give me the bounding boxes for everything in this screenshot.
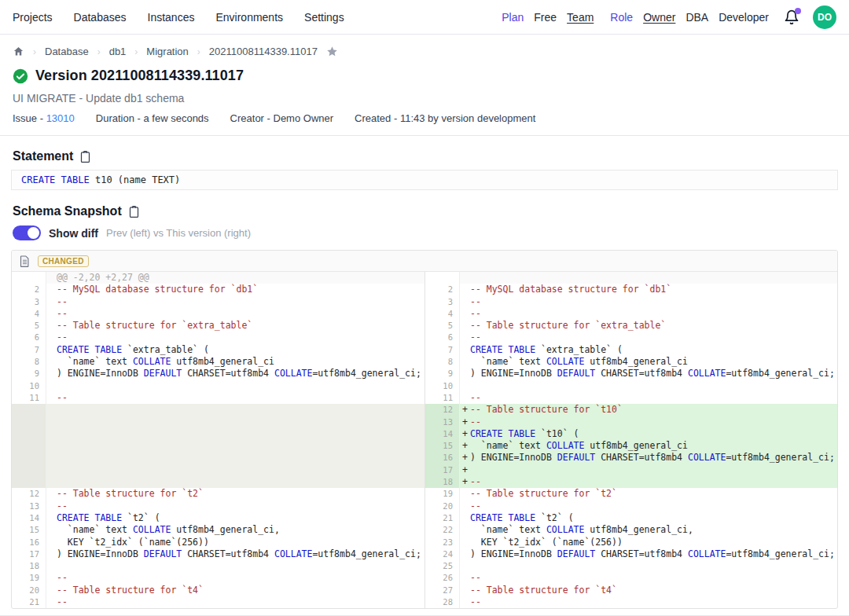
plan-label[interactable]: Plan — [502, 11, 524, 24]
diff-line: @@ -2,20 +2,27 @@ — [12, 272, 424, 284]
diff-line — [12, 416, 424, 428]
meta-row: Issue - 13010 Duration - a few seconds C… — [13, 112, 836, 124]
breadcrumb-item-version[interactable]: 20211008114339.11017 — [209, 46, 318, 57]
statement-heading: Statement — [13, 149, 73, 163]
diff-line: 17) ENGINE=InnoDB DEFAULT CHARSET=utf8mb… — [12, 548, 424, 560]
copy-snapshot-icon[interactable] — [128, 205, 140, 218]
diff-line: 19-- — [12, 572, 424, 584]
diff-line: 17+ — [425, 464, 837, 476]
diff-line: 28-- — [425, 596, 837, 608]
role-dba: DBA — [685, 11, 708, 24]
diff-line: 14CREATE TABLE `t2` ( — [12, 512, 424, 524]
diff-line: 12+-- Table structure for `t10` — [425, 404, 837, 416]
diff-line: 21-- — [12, 596, 424, 608]
diff-line: 13+-- — [425, 416, 837, 428]
diff-line: 11-- — [12, 392, 424, 404]
nav-item-databases[interactable]: Databases — [74, 11, 127, 24]
show-diff-row: Show diff Prev (left) vs This version (r… — [13, 226, 836, 240]
diff-line: 20-- — [425, 500, 837, 512]
diff-line: 2-- MySQL database structure for `db1` — [12, 284, 424, 295]
diff-line: 8 `name` text COLLATE utf8mb4_general_ci — [12, 356, 424, 368]
diff-line: 12-- Table structure for `t2` — [12, 488, 424, 500]
main-nav: Projects Databases Instances Environment… — [13, 11, 344, 24]
statement-sql: CREATE TABLE t10 (name TEXT) — [11, 170, 838, 190]
issue-label: Issue - — [13, 112, 43, 124]
diff-line — [12, 428, 424, 440]
diff-line: 16 KEY `t2_idx` (`name`(256)) — [12, 537, 424, 548]
diff-line: 7CREATE TABLE `extra_table` ( — [425, 344, 837, 356]
diff-line: 18+-- — [425, 476, 837, 488]
diff-line: 19-- Table structure for `t2` — [425, 488, 837, 500]
diff-line: 10 — [425, 380, 837, 392]
created-meta: Created - 11:43 by version development — [355, 112, 535, 124]
duration-meta: Duration - a few seconds — [96, 112, 209, 124]
chevron-right-icon: › — [197, 46, 200, 57]
top-navigation: Projects Databases Instances Environment… — [0, 0, 849, 35]
diff-line: 7CREATE TABLE `extra_table` ( — [12, 344, 424, 356]
diff-line — [12, 476, 424, 488]
diff-line — [12, 440, 424, 452]
diff-line: 3-- — [12, 296, 424, 308]
diff-line: 13-- — [12, 500, 424, 512]
diff-line: 25 — [425, 560, 837, 572]
role-label[interactable]: Role — [610, 11, 633, 24]
nav-item-settings[interactable]: Settings — [304, 11, 344, 24]
diff-line: 21CREATE TABLE `t2` ( — [425, 512, 837, 524]
diff-line: 11-- — [425, 392, 837, 404]
section-divider — [0, 135, 849, 136]
diff-header: CHANGED — [12, 251, 837, 272]
schema-diff-viewer: CHANGED @@ -2,20 +2,27 @@2-- MySQL datab… — [11, 250, 838, 609]
diff-line: 18 — [12, 560, 424, 572]
breadcrumb-item-database[interactable]: Database — [45, 46, 89, 57]
breadcrumb-item-db1[interactable]: db1 — [109, 46, 127, 57]
issue-meta: Issue - 13010 — [13, 112, 75, 124]
show-diff-label: Show diff — [49, 227, 98, 240]
diff-line: 2-- MySQL database structure for `db1` — [425, 284, 837, 295]
nav-item-environments[interactable]: Environments — [215, 11, 283, 24]
notification-dot — [795, 8, 801, 14]
file-icon — [20, 255, 30, 267]
diff-line: 6-- — [12, 332, 424, 343]
diff-line: 5-- Table structure for `extra_table` — [12, 320, 424, 332]
migration-subtitle: UI MIGRATE - Update db1 schema — [13, 92, 836, 104]
chevron-right-icon: › — [33, 46, 36, 57]
breadcrumb-item-migration[interactable]: Migration — [146, 46, 188, 57]
issue-link[interactable]: 13010 — [46, 112, 75, 124]
diff-line: 23 KEY `t2_idx` (`name`(256)) — [425, 537, 837, 548]
success-check-icon — [13, 68, 28, 84]
star-icon[interactable] — [326, 46, 338, 57]
plan-free: Free — [534, 11, 557, 24]
nav-item-instances[interactable]: Instances — [148, 11, 195, 24]
version-header: Version 20211008114339.11017 — [13, 68, 836, 84]
diff-pane-left: @@ -2,20 +2,27 @@2-- MySQL database stru… — [12, 272, 424, 608]
statement-section-heading: Statement — [13, 149, 836, 163]
diff-line: 8 `name` text COLLATE utf8mb4_general_ci — [425, 356, 837, 368]
chevron-right-icon: › — [97, 46, 101, 57]
diff-body: @@ -2,20 +2,27 @@2-- MySQL database stru… — [12, 272, 837, 608]
diff-line: 4-- — [425, 308, 837, 320]
diff-line — [12, 404, 424, 416]
notification-bell-icon[interactable] — [784, 9, 799, 25]
role-developer: Developer — [719, 11, 769, 24]
diff-line: 20-- Table structure for `t4` — [12, 585, 424, 596]
show-diff-toggle[interactable] — [13, 226, 41, 240]
role-owner-link[interactable]: Owner — [643, 11, 675, 24]
snapshot-heading: Schema Snapshot — [13, 204, 122, 218]
copy-statement-icon[interactable] — [79, 150, 91, 163]
breadcrumb: › Database › db1 › Migration › 202110081… — [13, 46, 836, 57]
plan-team-link[interactable]: Team — [567, 11, 594, 24]
avatar[interactable]: DO — [813, 6, 836, 29]
diff-line: 4-- — [12, 308, 424, 320]
diff-line: 6-- — [425, 332, 837, 343]
diff-line: 10 — [12, 380, 424, 392]
diff-line: 24) ENGINE=InnoDB DEFAULT CHARSET=utf8mb… — [425, 548, 837, 560]
nav-item-projects[interactable]: Projects — [13, 11, 53, 24]
diff-line: 27-- Table structure for `t4` — [425, 585, 837, 596]
sql-rest: t10 (name TEXT) — [90, 174, 181, 185]
home-icon[interactable] — [13, 46, 24, 57]
diff-line: 16+) ENGINE=InnoDB DEFAULT CHARSET=utf8m… — [425, 452, 837, 464]
creator-meta: Creator - Demo Owner — [230, 112, 333, 124]
nav-right-cluster: Plan Free Team Role Owner DBA Developer … — [502, 6, 836, 29]
diff-line: 26-- — [425, 572, 837, 584]
diff-line: 14+CREATE TABLE `t10` ( — [425, 428, 837, 440]
